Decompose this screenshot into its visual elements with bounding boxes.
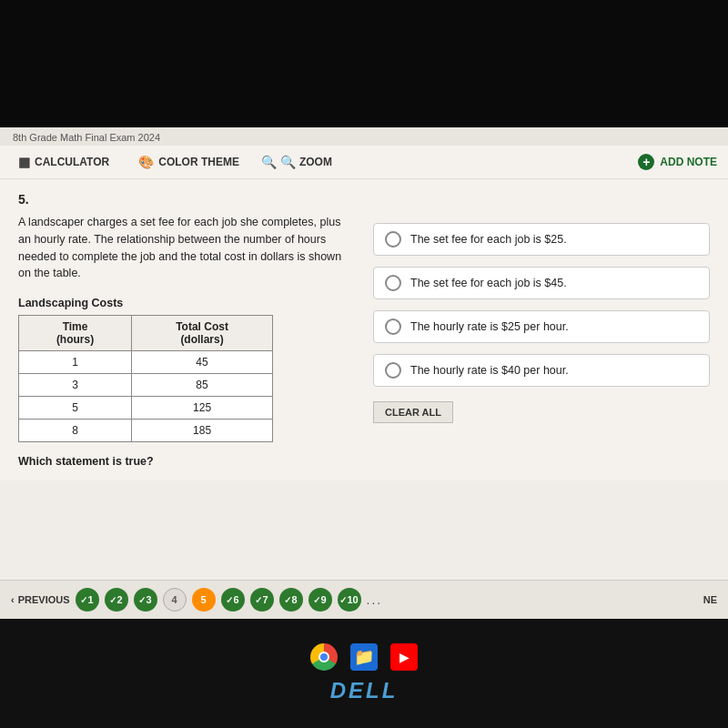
check-icon-8: ✓ [284, 595, 291, 605]
zoom-controls: 🔍 🔍 ZOOM [261, 155, 332, 169]
cell-cost-2: 85 [132, 374, 273, 397]
which-statement: Which statement is true? [18, 455, 710, 468]
page-button-1[interactable]: ✓ 1 [76, 588, 99, 612]
page-num-9: 9 [320, 594, 326, 605]
answer-option-b[interactable]: The set fee for each job is $45. [373, 267, 710, 299]
zoom-out-icon[interactable]: 🔍 [261, 155, 277, 169]
add-note-icon: + [638, 154, 654, 170]
page-button-3[interactable]: ✓ 3 [134, 588, 157, 612]
page-num-6: 6 [233, 594, 238, 605]
bottom-bezel: 📁 ▶ DELL [0, 619, 728, 728]
page-button-5[interactable]: 5 [192, 588, 216, 612]
answer-text-b: The set fee for each job is $45. [410, 277, 567, 289]
check-icon-3: ✓ [138, 595, 146, 605]
previous-button[interactable]: ‹ PREVIOUS [11, 594, 70, 605]
calculator-label: CALCULATOR [35, 156, 109, 168]
question-text: A landscaper charges a set fee for each … [18, 214, 355, 282]
table-row: 3 85 [19, 374, 273, 397]
calculator-icon: ▦ [18, 155, 30, 169]
clear-all-button[interactable]: CLEAR ALL [373, 401, 453, 423]
answer-option-c[interactable]: The hourly rate is $25 per hour. [373, 310, 710, 343]
question-left: A landscaper charges a set fee for each … [18, 214, 355, 442]
dell-logo: DELL [330, 678, 399, 703]
question-layout: A landscaper charges a set fee for each … [18, 214, 710, 442]
next-button[interactable]: NE [703, 594, 717, 605]
data-table: Time(hours) Total Cost(dollars) 1 45 3 [18, 315, 273, 442]
add-note-label: ADD NOTE [660, 156, 717, 168]
calculator-button[interactable]: ▦ CALCULATOR [11, 151, 116, 173]
screen: 8th Grade Math Final Exam 2024 ▦ CALCULA… [0, 0, 728, 728]
toolbar: ▦ CALCULATOR 🎨 COLOR THEME 🔍 🔍 ZOOM + AD… [0, 146, 728, 179]
answer-option-d[interactable]: The hourly rate is $40 per hour. [373, 354, 710, 387]
answer-text-a: The set fee for each job is $25. [410, 233, 567, 246]
files-icon[interactable]: 📁 [350, 643, 378, 671]
zoom-in-icon[interactable]: 🔍 [280, 155, 296, 169]
answer-option-a[interactable]: The set fee for each job is $25. [373, 223, 710, 256]
radio-d[interactable] [385, 362, 401, 379]
browser-area: ▦ CALCULATOR 🎨 COLOR THEME 🔍 🔍 ZOOM + AD… [0, 146, 728, 655]
cell-time-1: 1 [19, 351, 132, 374]
add-note-area[interactable]: + ADD NOTE [638, 154, 717, 170]
zoom-label: ZOOM [299, 156, 332, 168]
cell-cost-3: 125 [132, 397, 273, 420]
cell-time-2: 3 [19, 374, 132, 397]
top-bezel: 8th Grade Math Final Exam 2024 [0, 0, 728, 146]
cell-time-4: 8 [19, 420, 132, 442]
tab-label: 8th Grade Math Final Exam 2024 [7, 130, 166, 145]
page-button-9[interactable]: ✓ 9 [308, 588, 332, 612]
question-number: 5. [18, 192, 710, 207]
check-icon-7: ✓ [255, 595, 262, 605]
col-header-time: Time(hours) [19, 316, 132, 351]
answer-text-d: The hourly rate is $40 per hour. [410, 364, 569, 377]
color-theme-label: COLOR THEME [158, 156, 239, 168]
table-row: 8 185 [19, 420, 273, 442]
color-theme-icon: 🎨 [138, 155, 154, 169]
cell-cost-1: 45 [132, 351, 273, 374]
color-theme-button[interactable]: 🎨 COLOR THEME [131, 151, 247, 173]
table-header-row: Time(hours) Total Cost(dollars) [19, 316, 273, 351]
prev-chevron-icon: ‹ [11, 594, 15, 605]
page-button-10[interactable]: ✓ 10 [338, 588, 361, 612]
bottom-nav: ‹ PREVIOUS ✓ 1 ✓ 2 ✓ 3 4 5 ✓ 6 ✓ 7 [0, 580, 728, 619]
radio-b[interactable] [385, 275, 401, 291]
radio-c[interactable] [385, 318, 401, 335]
main-content: 5. A landscaper charges a set fee for ea… [0, 179, 728, 480]
page-num-10: 10 [347, 594, 358, 605]
chrome-icon[interactable] [310, 643, 338, 671]
more-pages-dots: ... [367, 592, 383, 607]
table-row: 1 45 [19, 351, 273, 374]
page-num-3: 3 [146, 594, 151, 605]
taskbar: 📁 ▶ [310, 643, 418, 671]
check-icon-1: ✓ [80, 595, 87, 605]
answer-text-c: The hourly rate is $25 per hour. [410, 320, 569, 333]
table-row: 5 125 [19, 397, 273, 420]
page-button-2[interactable]: ✓ 2 [105, 588, 128, 612]
page-num-8: 8 [291, 594, 297, 605]
check-icon-9: ✓ [313, 595, 320, 605]
check-icon-10: ✓ [339, 595, 347, 605]
check-icon-6: ✓ [226, 595, 233, 605]
radio-a[interactable] [385, 231, 401, 248]
page-num-4: 4 [171, 594, 177, 605]
cell-time-3: 5 [19, 397, 132, 420]
col-header-cost: Total Cost(dollars) [132, 316, 273, 351]
previous-label: PREVIOUS [18, 594, 70, 605]
page-button-4[interactable]: 4 [163, 588, 187, 612]
page-num-1: 1 [87, 594, 93, 605]
page-num-2: 2 [116, 594, 122, 605]
page-num-7: 7 [262, 594, 268, 605]
table-title: Landscaping Costs [18, 297, 355, 309]
check-icon-2: ✓ [109, 595, 116, 605]
page-button-6[interactable]: ✓ 6 [221, 588, 245, 612]
cell-cost-4: 185 [132, 420, 273, 442]
page-button-7[interactable]: ✓ 7 [250, 588, 274, 612]
toolbar-left: ▦ CALCULATOR 🎨 COLOR THEME 🔍 🔍 ZOOM [11, 151, 332, 173]
page-button-8[interactable]: ✓ 8 [279, 588, 303, 612]
page-num-5: 5 [200, 594, 206, 605]
question-right: The set fee for each job is $25. The set… [373, 214, 710, 442]
youtube-icon[interactable]: ▶ [390, 643, 418, 671]
